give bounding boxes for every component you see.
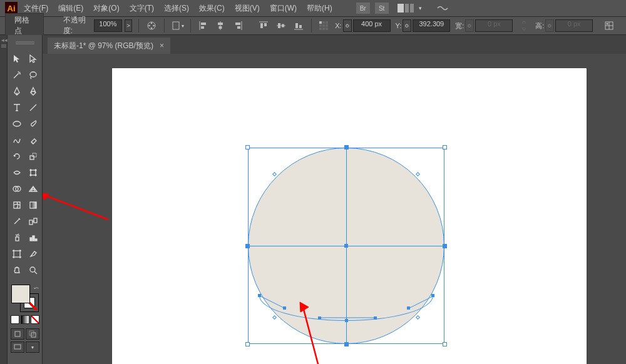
svg-rect-61 xyxy=(14,251,20,257)
collapse-arrow-icon[interactable]: ◂◂ xyxy=(1,37,8,43)
artboard-tool[interactable] xyxy=(9,246,24,261)
stock-icon[interactable]: St xyxy=(375,3,389,14)
h-stepper[interactable]: ≎ xyxy=(545,19,554,32)
fill-stroke-color[interactable]: ⤺ xyxy=(11,285,39,312)
recolor-icon[interactable] xyxy=(145,19,158,33)
slice-tool[interactable] xyxy=(25,246,41,261)
tools-panel: ⤺ ▾ xyxy=(8,35,43,364)
align-hcenter-icon[interactable] xyxy=(214,19,227,33)
gpu-icon[interactable] xyxy=(436,1,449,15)
svg-rect-67 xyxy=(14,345,21,349)
align-right-icon[interactable] xyxy=(232,19,244,33)
menu-help[interactable]: 帮助(H) xyxy=(303,2,336,15)
w-input[interactable]: 0 px xyxy=(475,19,513,32)
svg-rect-17 xyxy=(237,26,240,29)
eyedropper-tool[interactable] xyxy=(9,213,24,229)
curvature-tool[interactable] xyxy=(25,83,41,99)
zoom-tool[interactable] xyxy=(25,262,41,278)
svg-rect-13 xyxy=(218,23,223,25)
free-transform-tool[interactable] xyxy=(25,164,41,180)
svg-rect-0 xyxy=(398,4,404,13)
document-tab[interactable]: 未标题-1* @ 97% (RGB/预览) × xyxy=(48,38,170,54)
column-graph-tool[interactable] xyxy=(25,230,41,245)
annotation-arrow-2 xyxy=(290,301,340,364)
canvas-area[interactable] xyxy=(43,54,626,364)
panel-dock[interactable]: ◂◂ xyxy=(0,35,8,364)
bbox-handle[interactable] xyxy=(443,145,447,149)
menu-edit[interactable]: 编辑(E) xyxy=(54,2,87,15)
direct-selection-tool[interactable] xyxy=(25,51,41,66)
draw-behind-icon[interactable] xyxy=(26,328,39,340)
y-input[interactable]: 392.309 xyxy=(413,19,450,32)
width-tool[interactable] xyxy=(9,164,24,180)
y-stepper[interactable]: ≎ xyxy=(403,19,411,32)
link-wh-icon[interactable] xyxy=(518,19,530,33)
x-input[interactable]: 400 px xyxy=(353,19,391,32)
mesh-arc-line[interactable] xyxy=(259,296,433,321)
align-top-icon[interactable] xyxy=(257,19,270,33)
scale-tool[interactable] xyxy=(25,148,41,164)
draw-normal-icon[interactable] xyxy=(11,328,24,340)
menu-window[interactable]: 窗口(W) xyxy=(266,2,300,15)
ellipse-tool[interactable] xyxy=(9,116,24,131)
x-label: X: xyxy=(335,22,341,29)
anchor-point[interactable] xyxy=(246,244,250,248)
selection-tool[interactable] xyxy=(9,51,24,66)
symbol-sprayer-tool[interactable] xyxy=(9,230,24,245)
menu-effect[interactable]: 效果(C) xyxy=(195,2,228,15)
svg-point-42 xyxy=(13,121,21,126)
blend-tool[interactable] xyxy=(25,213,41,229)
opacity-dropdown[interactable]: > xyxy=(125,19,133,32)
color-mode-none[interactable] xyxy=(31,315,39,324)
color-mode-gradient[interactable] xyxy=(21,315,29,324)
svg-rect-43 xyxy=(30,156,34,159)
rotate-tool[interactable] xyxy=(9,148,24,164)
lasso-tool[interactable] xyxy=(25,67,41,83)
svg-rect-52 xyxy=(14,202,20,208)
screen-mode-icon[interactable] xyxy=(11,341,24,353)
bbox-handle[interactable] xyxy=(245,342,250,346)
align-vcenter-icon[interactable] xyxy=(275,19,287,33)
shape-builder-tool[interactable] xyxy=(9,181,24,196)
perspective-grid-tool[interactable] xyxy=(25,181,41,196)
pen-tool[interactable] xyxy=(9,83,24,99)
bbox-handle[interactable] xyxy=(245,145,250,149)
fill-color-swatch[interactable] xyxy=(11,285,30,303)
swap-colors-icon[interactable]: ⤺ xyxy=(34,285,39,291)
close-tab-icon[interactable]: × xyxy=(160,41,164,50)
align-bottom-icon[interactable] xyxy=(292,19,305,33)
anchor-point[interactable] xyxy=(344,146,348,149)
anchor-point[interactable] xyxy=(344,342,348,346)
menu-select[interactable]: 选择(S) xyxy=(160,2,193,15)
svg-rect-57 xyxy=(16,237,19,241)
anchor-point[interactable] xyxy=(443,244,446,248)
menu-object[interactable]: 对象(O) xyxy=(90,2,123,15)
doc-setup-icon[interactable]: ▾ xyxy=(171,19,184,33)
svg-rect-53 xyxy=(30,202,36,208)
type-tool[interactable] xyxy=(9,99,24,115)
screen-mode-dropdown[interactable]: ▾ xyxy=(26,341,39,353)
bridge-icon[interactable]: Br xyxy=(356,3,370,14)
shaper-tool[interactable] xyxy=(9,132,24,148)
w-stepper[interactable]: ≎ xyxy=(465,19,474,32)
x-stepper[interactable]: ≎ xyxy=(343,19,352,32)
workspace-arrange[interactable]: ▾ xyxy=(398,4,422,13)
eraser-tool[interactable] xyxy=(25,132,41,148)
menu-view[interactable]: 视图(V) xyxy=(231,2,264,15)
hand-tool[interactable] xyxy=(9,262,24,278)
bbox-handle[interactable] xyxy=(443,342,447,346)
gradient-tool[interactable] xyxy=(25,197,41,213)
color-mode-solid[interactable] xyxy=(11,315,19,324)
snap-pixel-icon[interactable] xyxy=(603,19,615,33)
align-left-icon[interactable] xyxy=(197,19,210,33)
h-input[interactable]: 0 px xyxy=(555,19,593,32)
anchor-point[interactable] xyxy=(344,244,348,248)
menu-type[interactable]: 文字(T) xyxy=(126,2,158,15)
opacity-input[interactable]: 100% xyxy=(94,19,122,32)
mesh-tool[interactable] xyxy=(9,197,24,213)
magic-wand-tool[interactable] xyxy=(9,67,24,83)
paintbrush-tool[interactable] xyxy=(25,116,41,131)
svg-rect-45 xyxy=(31,170,36,175)
transform-anchor-icon[interactable] xyxy=(317,19,330,33)
line-tool[interactable] xyxy=(25,99,41,115)
